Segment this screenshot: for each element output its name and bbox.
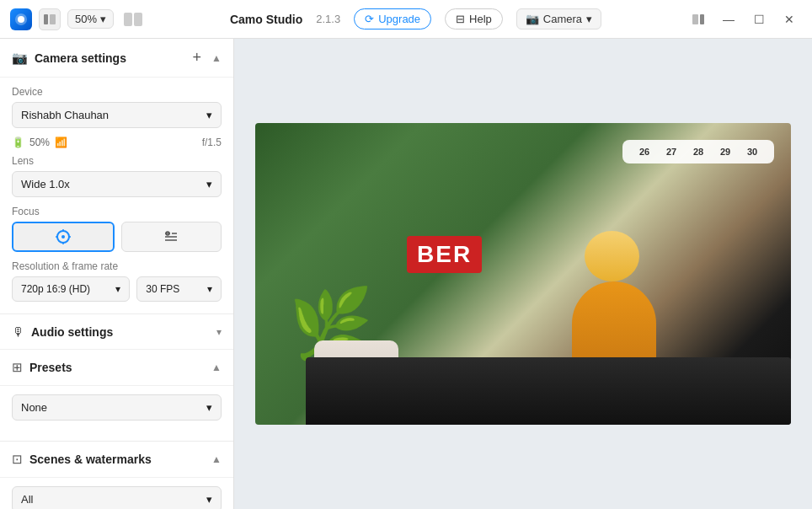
device-selector[interactable]: Rishabh Chauhan ▾ xyxy=(12,102,222,128)
camera-button[interactable]: 📷 Camera ▾ xyxy=(516,8,601,29)
lens-value: Wide 1.0x xyxy=(21,178,70,190)
presets-header-left: ⊞ Presets xyxy=(12,360,72,375)
scenes-header[interactable]: ⊡ Scenes & watermarks ▲ xyxy=(0,442,233,478)
audio-settings-header[interactable]: 🎙 Audio settings ▾ xyxy=(0,314,233,350)
lens-label: Lens xyxy=(12,155,222,167)
window-controls: — ☐ ✕ xyxy=(686,9,802,29)
scenes-header-left: ⊡ Scenes & watermarks xyxy=(12,452,152,467)
titlebar: 50% ▾ Camo Studio 2.1.3 ⟳ Upgrade ⊟ Help… xyxy=(0,0,812,39)
app-name: Camo Studio xyxy=(230,13,302,26)
titlebar-center: Camo Studio 2.1.3 ⟳ Upgrade ⊟ Help 📷 Cam… xyxy=(152,8,679,29)
presets-section: ⊞ Presets ▲ None ▾ xyxy=(0,350,233,442)
layout-split-button[interactable] xyxy=(120,9,146,29)
camera-icon: 📷 xyxy=(526,13,539,25)
camera-chevron-icon: ▾ xyxy=(586,13,592,25)
presets-chevron-icon: ▾ xyxy=(206,401,212,414)
presets-body: None ▾ xyxy=(0,386,233,442)
camera-settings-header-left: 📷 Camera settings xyxy=(12,51,126,66)
calendar-overlay: 26 27 28 29 30 xyxy=(622,140,774,163)
panel-half-right xyxy=(134,13,142,26)
close-button[interactable]: ✕ xyxy=(777,9,802,29)
audio-settings-title: Audio settings xyxy=(31,325,113,339)
wifi-icon: 📶 xyxy=(55,137,67,148)
camera-settings-header[interactable]: 📷 Camera settings + ▲ xyxy=(0,39,233,78)
focus-manual-button[interactable] xyxy=(121,222,222,252)
lens-chevron-icon: ▾ xyxy=(206,178,212,190)
cal-30: 30 xyxy=(740,147,764,157)
main-content: 📷 Camera settings + ▲ Device Rishabh Cha… xyxy=(0,39,812,509)
scenes-value: All xyxy=(21,493,33,506)
app-logo xyxy=(10,8,32,30)
upgrade-circle-icon: ⟳ xyxy=(365,13,374,25)
aperture-value: f/1.5 xyxy=(202,137,222,148)
audio-settings-section: 🎙 Audio settings ▾ xyxy=(0,314,233,350)
svg-point-7 xyxy=(61,235,65,238)
resolution-row: 720p 16:9 (HD) ▾ 30 FPS ▾ xyxy=(12,276,222,302)
device-chevron-icon: ▾ xyxy=(206,109,212,121)
device-value: Rishabh Chauhan xyxy=(21,109,109,121)
scenes-title: Scenes & watermarks xyxy=(29,453,152,466)
focus-auto-button[interactable] xyxy=(12,222,115,252)
camera-settings-chevron-icon: ▲ xyxy=(211,52,222,64)
sidebar: 📷 Camera settings + ▲ Device Rishabh Cha… xyxy=(0,39,234,509)
presets-header[interactable]: ⊞ Presets ▲ xyxy=(0,350,233,386)
battery-icon: 🔋 xyxy=(12,137,24,148)
resolution-selector[interactable]: 720p 16:9 (HD) ▾ xyxy=(12,276,130,302)
scenes-chevron-icon: ▲ xyxy=(211,453,222,465)
scenes-selector[interactable]: All ▾ xyxy=(12,486,222,509)
camera-settings-body: Device Rishabh Chauhan ▾ 🔋 50% 📶 f/1.5 L… xyxy=(0,78,233,314)
resolution-label: Resolution & frame rate xyxy=(12,260,222,272)
camera-image: 26 27 28 29 30 BER 🌿 xyxy=(255,123,791,425)
svg-rect-5 xyxy=(700,14,704,24)
buddha-head xyxy=(585,231,639,281)
camera-settings-icon: 📷 xyxy=(12,51,28,66)
presets-icon: ⊞ xyxy=(12,360,23,375)
camera-feed: 26 27 28 29 30 BER 🌿 xyxy=(255,123,791,425)
focus-controls xyxy=(12,222,222,252)
audio-settings-chevron-icon: ▾ xyxy=(216,326,222,338)
battery-pct: 50% xyxy=(29,137,50,148)
focus-manual-icon xyxy=(163,229,179,244)
cal-29: 29 xyxy=(713,147,737,157)
black-surface xyxy=(306,357,791,425)
cal-27: 27 xyxy=(660,147,683,157)
upgrade-button[interactable]: ⟳ Upgrade xyxy=(354,8,431,29)
audio-settings-icon: 🎙 xyxy=(12,324,24,339)
help-icon: ⊟ xyxy=(456,13,465,25)
zoom-selector[interactable]: 50% ▾ xyxy=(67,9,114,29)
help-label: Help xyxy=(469,13,492,25)
device-label: Device xyxy=(12,86,222,98)
fps-selector[interactable]: 30 FPS ▾ xyxy=(136,276,222,302)
svg-rect-3 xyxy=(50,14,56,24)
camera-settings-section: 📷 Camera settings + ▲ Device Rishabh Cha… xyxy=(0,39,233,314)
add-device-button[interactable]: + xyxy=(190,49,206,67)
lens-selector[interactable]: Wide 1.0x ▾ xyxy=(12,171,222,197)
device-info-row: 🔋 50% 📶 f/1.5 xyxy=(12,137,222,148)
presets-value: None xyxy=(21,401,47,414)
scenes-body: All ▾ xyxy=(0,478,233,509)
upgrade-label: Upgrade xyxy=(378,13,420,25)
cal-26: 26 xyxy=(633,147,656,157)
focus-auto-icon xyxy=(56,229,71,244)
minimize-button[interactable]: — xyxy=(716,9,741,29)
camera-settings-title: Camera settings xyxy=(35,51,126,65)
scenes-chevron-icon-2: ▾ xyxy=(206,493,212,506)
device-battery-info: 🔋 50% 📶 xyxy=(12,137,67,148)
zoom-value: 50% xyxy=(75,13,97,25)
fps-value: 30 FPS xyxy=(146,283,179,295)
scenes-icon: ⊡ xyxy=(12,452,23,467)
app-version: 2.1.3 xyxy=(316,13,340,25)
cal-28: 28 xyxy=(686,147,710,157)
presets-selector[interactable]: None ▾ xyxy=(12,394,222,421)
svg-point-1 xyxy=(18,16,24,23)
sidebar-right-toggle[interactable] xyxy=(686,9,711,29)
sidebar-toggle-button[interactable] xyxy=(39,8,61,30)
panel-half-left xyxy=(124,13,132,26)
help-button[interactable]: ⊟ Help xyxy=(445,8,503,29)
zoom-chevron-icon: ▾ xyxy=(100,13,106,25)
restore-button[interactable]: ☐ xyxy=(746,9,772,29)
fps-chevron-icon: ▾ xyxy=(207,283,212,295)
resolution-chevron-icon: ▾ xyxy=(115,283,120,295)
focus-section: Focus xyxy=(12,206,222,252)
audio-settings-header-left: 🎙 Audio settings xyxy=(12,324,113,339)
